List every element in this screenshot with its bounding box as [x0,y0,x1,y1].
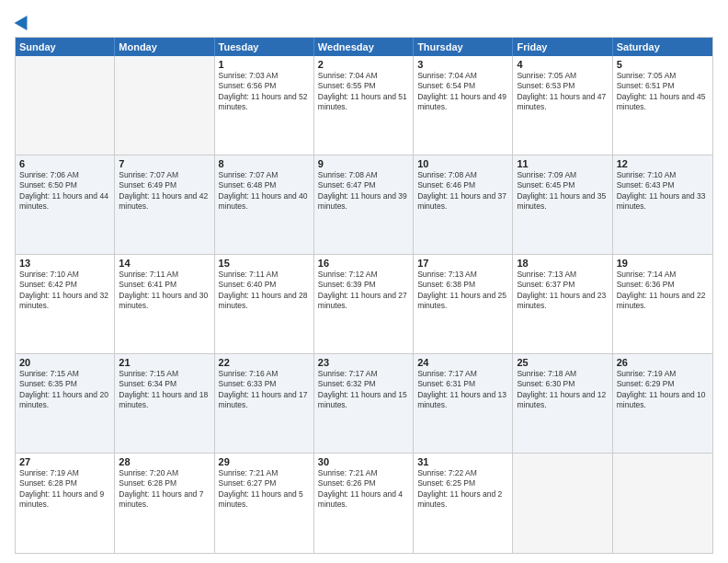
calendar-cell: 23Sunrise: 7:17 AMSunset: 6:32 PMDayligh… [314,354,414,453]
calendar-cell: 16Sunrise: 7:12 AMSunset: 6:39 PMDayligh… [314,255,414,353]
day-number: 9 [318,158,409,169]
day-info: Sunrise: 7:07 AMSunset: 6:48 PMDaylight:… [219,170,310,213]
day-number: 29 [219,456,310,467]
day-number: 17 [417,258,508,269]
day-number: 3 [417,59,508,70]
day-info: Sunrise: 7:10 AMSunset: 6:42 PMDaylight:… [19,270,110,312]
calendar-cell: 21Sunrise: 7:15 AMSunset: 6:34 PMDayligh… [115,354,214,453]
day-info: Sunrise: 7:08 AMSunset: 6:47 PMDaylight:… [318,170,409,213]
day-info: Sunrise: 7:19 AMSunset: 6:29 PMDaylight:… [617,369,709,411]
day-info: Sunrise: 7:11 AMSunset: 6:41 PMDaylight:… [119,270,210,312]
calendar-cell: 22Sunrise: 7:16 AMSunset: 6:33 PMDayligh… [215,354,314,453]
calendar-cell: 15Sunrise: 7:11 AMSunset: 6:40 PMDayligh… [215,255,314,353]
calendar-row-2: 6Sunrise: 7:06 AMSunset: 6:50 PMDaylight… [16,155,712,255]
calendar-cell: 28Sunrise: 7:20 AMSunset: 6:28 PMDayligh… [115,454,214,553]
calendar-cell: 8Sunrise: 7:07 AMSunset: 6:48 PMDaylight… [215,155,314,254]
calendar-cell: 20Sunrise: 7:15 AMSunset: 6:35 PMDayligh… [16,354,115,453]
day-info: Sunrise: 7:21 AMSunset: 6:26 PMDaylight:… [318,468,409,511]
day-number: 27 [19,456,110,467]
calendar-cell: 9Sunrise: 7:08 AMSunset: 6:47 PMDaylight… [314,155,414,254]
day-number: 26 [617,357,709,368]
calendar-cell: 5Sunrise: 7:05 AMSunset: 6:51 PMDaylight… [613,56,712,155]
page: SundayMondayTuesdayWednesdayThursdayFrid… [0,0,728,563]
day-number: 21 [119,357,210,368]
calendar-cell: 14Sunrise: 7:11 AMSunset: 6:41 PMDayligh… [115,255,214,353]
header-day-friday: Friday [513,38,612,56]
day-number: 15 [219,258,310,269]
calendar-cell: 3Sunrise: 7:04 AMSunset: 6:54 PMDaylight… [414,56,513,155]
day-number: 20 [19,357,110,368]
day-number: 30 [318,456,409,467]
day-info: Sunrise: 7:13 AMSunset: 6:37 PMDaylight:… [517,270,608,312]
day-info: Sunrise: 7:15 AMSunset: 6:35 PMDaylight:… [19,369,110,411]
calendar-cell: 29Sunrise: 7:21 AMSunset: 6:27 PMDayligh… [215,454,314,553]
day-number: 22 [219,357,310,368]
logo [15,15,31,29]
calendar-row-3: 13Sunrise: 7:10 AMSunset: 6:42 PMDayligh… [16,255,712,354]
header-day-tuesday: Tuesday [215,38,314,56]
day-info: Sunrise: 7:10 AMSunset: 6:43 PMDaylight:… [617,170,709,213]
calendar-cell: 27Sunrise: 7:19 AMSunset: 6:28 PMDayligh… [16,454,115,553]
day-info: Sunrise: 7:04 AMSunset: 6:55 PMDaylight:… [318,71,409,113]
day-number: 13 [19,258,110,269]
day-info: Sunrise: 7:19 AMSunset: 6:28 PMDaylight:… [19,468,110,511]
calendar-cell: 11Sunrise: 7:09 AMSunset: 6:45 PMDayligh… [513,155,612,254]
calendar-cell [613,454,712,553]
day-info: Sunrise: 7:22 AMSunset: 6:25 PMDaylight:… [417,468,508,511]
day-number: 11 [517,158,608,169]
header-day-wednesday: Wednesday [314,38,414,56]
day-number: 2 [318,59,409,70]
header [15,11,713,29]
calendar-cell: 19Sunrise: 7:14 AMSunset: 6:36 PMDayligh… [613,255,712,353]
day-number: 7 [119,158,210,169]
day-info: Sunrise: 7:04 AMSunset: 6:54 PMDaylight:… [417,71,508,113]
day-info: Sunrise: 7:21 AMSunset: 6:27 PMDaylight:… [219,468,310,511]
day-number: 6 [19,158,110,169]
day-info: Sunrise: 7:20 AMSunset: 6:28 PMDaylight:… [119,468,210,511]
day-info: Sunrise: 7:17 AMSunset: 6:32 PMDaylight:… [318,369,409,411]
calendar-cell: 10Sunrise: 7:08 AMSunset: 6:46 PMDayligh… [414,155,513,254]
day-info: Sunrise: 7:07 AMSunset: 6:49 PMDaylight:… [119,170,210,213]
calendar: SundayMondayTuesdayWednesdayThursdayFrid… [15,37,713,554]
calendar-cell: 30Sunrise: 7:21 AMSunset: 6:26 PMDayligh… [314,454,414,553]
calendar-cell [16,56,115,155]
day-info: Sunrise: 7:14 AMSunset: 6:36 PMDaylight:… [617,270,709,312]
calendar-cell: 25Sunrise: 7:18 AMSunset: 6:30 PMDayligh… [513,354,612,453]
calendar-cell: 17Sunrise: 7:13 AMSunset: 6:38 PMDayligh… [414,255,513,353]
day-info: Sunrise: 7:09 AMSunset: 6:45 PMDaylight:… [517,170,608,213]
day-info: Sunrise: 7:06 AMSunset: 6:50 PMDaylight:… [19,170,110,213]
day-number: 12 [617,158,709,169]
day-number: 8 [219,158,310,169]
day-number: 5 [617,59,709,70]
calendar-cell: 18Sunrise: 7:13 AMSunset: 6:37 PMDayligh… [513,255,612,353]
day-number: 16 [318,258,409,269]
day-number: 19 [617,258,709,269]
day-number: 23 [318,357,409,368]
calendar-cell: 2Sunrise: 7:04 AMSunset: 6:55 PMDaylight… [314,56,414,155]
day-info: Sunrise: 7:17 AMSunset: 6:31 PMDaylight:… [417,369,508,411]
calendar-cell: 6Sunrise: 7:06 AMSunset: 6:50 PMDaylight… [16,155,115,254]
calendar-row-5: 27Sunrise: 7:19 AMSunset: 6:28 PMDayligh… [16,454,712,553]
day-info: Sunrise: 7:05 AMSunset: 6:51 PMDaylight:… [617,71,709,113]
logo-triangle-icon [15,12,34,30]
calendar-header: SundayMondayTuesdayWednesdayThursdayFrid… [16,38,712,56]
day-info: Sunrise: 7:13 AMSunset: 6:38 PMDaylight:… [417,270,508,312]
header-day-monday: Monday [115,38,214,56]
day-number: 28 [119,456,210,467]
day-number: 24 [417,357,508,368]
header-day-thursday: Thursday [414,38,513,56]
day-number: 18 [517,258,608,269]
calendar-cell: 12Sunrise: 7:10 AMSunset: 6:43 PMDayligh… [613,155,712,254]
calendar-cell: 1Sunrise: 7:03 AMSunset: 6:56 PMDaylight… [215,56,314,155]
day-number: 1 [219,59,310,70]
calendar-row-4: 20Sunrise: 7:15 AMSunset: 6:35 PMDayligh… [16,354,712,454]
calendar-cell: 4Sunrise: 7:05 AMSunset: 6:53 PMDaylight… [513,56,612,155]
header-day-saturday: Saturday [613,38,712,56]
day-info: Sunrise: 7:11 AMSunset: 6:40 PMDaylight:… [219,270,310,312]
day-number: 31 [417,456,508,467]
day-number: 14 [119,258,210,269]
day-info: Sunrise: 7:05 AMSunset: 6:53 PMDaylight:… [517,71,608,113]
day-number: 4 [517,59,608,70]
calendar-cell: 26Sunrise: 7:19 AMSunset: 6:29 PMDayligh… [613,354,712,453]
day-info: Sunrise: 7:15 AMSunset: 6:34 PMDaylight:… [119,369,210,411]
